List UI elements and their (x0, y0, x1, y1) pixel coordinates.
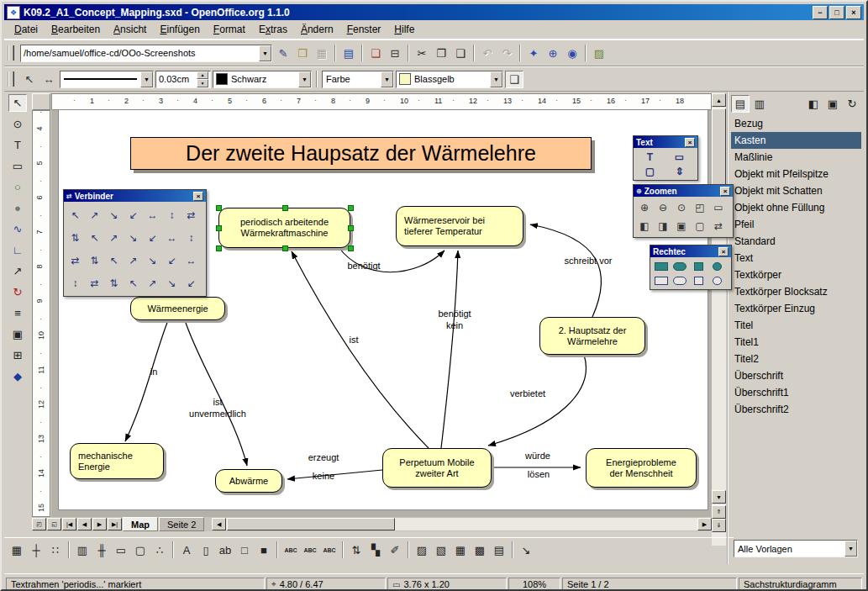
connector-type-icon[interactable]: ↗ (85, 203, 104, 226)
horizontal-scroll-thumb[interactable] (227, 518, 395, 530)
next-page-icon[interactable]: ⇓ (712, 519, 726, 532)
vertical-ruler[interactable]: 4·5·6·7·8·9·10·11·12·13·14·15· (32, 110, 50, 517)
connector-type-icon[interactable]: ↘ (124, 226, 143, 249)
new-document-icon[interactable]: ✎ (274, 45, 292, 62)
node-perpetuum[interactable]: Perpetuum Mobilezweiter Art (382, 448, 492, 488)
style-item--berschrift2[interactable]: Überschrift2 (731, 401, 861, 418)
style-item-text[interactable]: Text (731, 250, 861, 266)
connector-type-icon[interactable]: ↕ (162, 203, 181, 226)
close-button[interactable]: × (846, 6, 861, 19)
select-tool-icon[interactable]: ↖ (8, 94, 27, 112)
selection-handle[interactable] (216, 205, 222, 211)
toolbar-grip[interactable] (8, 45, 14, 61)
connector-palette-titlebar[interactable]: ⇄ Verbinder × (64, 190, 206, 202)
zoom-optimal-icon[interactable]: ◨ (654, 217, 672, 235)
text-abc-icon-3[interactable]: ABC (320, 541, 339, 559)
undo-icon[interactable]: ↶ (478, 45, 497, 62)
connector-type-icon[interactable]: ⇄ (181, 203, 201, 226)
drawing-canvas[interactable]: Der zweite Haupsatz der Wärmelehre benöt… (51, 110, 712, 517)
node-abwaerme[interactable]: Abwärme (215, 469, 282, 493)
line-width-spinner[interactable]: ▲▼ (197, 71, 208, 87)
rectangle-tool-icon[interactable]: ▭ (8, 157, 27, 175)
connector-type-icon[interactable]: ↙ (181, 272, 201, 294)
zoom-objects-icon[interactable]: ▣ (672, 217, 691, 235)
label-benoetigt[interactable]: benötigt (340, 260, 387, 272)
display-guides-icon[interactable]: ┼ (27, 541, 45, 559)
style-item-objekt-mit-pfeilspitze[interactable]: Objekt mit Pfeilspitze (731, 166, 861, 182)
zoom-tool-icon[interactable]: ⊙ (8, 115, 27, 133)
simple-handles-icon[interactable]: □ (235, 541, 254, 559)
last-page-icon[interactable]: ▶| (108, 518, 122, 530)
label-erzeugt[interactable]: erzeugt (302, 451, 345, 463)
scroll-right-icon[interactable]: ▶ (697, 518, 712, 530)
connector-type-icon[interactable]: ⇅ (104, 272, 124, 294)
arrange-tool-icon[interactable]: ▣ (8, 325, 27, 343)
selection-handle[interactable] (282, 205, 288, 211)
title-bar[interactable]: ❖ K09.2_A1_Concept_Mapping.sxd - OpenOff… (4, 4, 864, 20)
first-page-icon[interactable]: |◀ (62, 518, 76, 530)
node-mechanische-energie[interactable]: mechanischeEnergie (70, 443, 164, 479)
fill-type-dropdown-icon[interactable]: ▼ (381, 71, 393, 87)
style-item-textk-rper-einzug[interactable]: Textkörper Einzug (731, 300, 861, 317)
contour-mode-icon[interactable]: ▚ (366, 541, 385, 559)
connector-type-icon[interactable]: ↖ (85, 226, 104, 249)
display-grid-icon[interactable]: ▦ (8, 541, 26, 559)
quick-edit-icon[interactable]: A (177, 541, 196, 559)
text-abc-icon-1[interactable]: ABC (281, 541, 300, 559)
edit-file-icon[interactable]: ▤ (339, 45, 358, 62)
pattern-icon-2[interactable]: ▧ (432, 541, 450, 559)
connector-type-icon[interactable]: ↖ (124, 272, 143, 294)
style-item-textk-rper[interactable]: Textkörper (731, 266, 861, 283)
print-icon[interactable]: ⊟ (386, 45, 404, 62)
open-document-icon[interactable]: ❒ (293, 45, 312, 62)
connector-type-icon[interactable]: ⇅ (66, 226, 85, 249)
edit-points-icon[interactable]: ↖ (20, 71, 39, 88)
zoom-palette-titlebar[interactable]: ⊕ Zoomen × (634, 185, 733, 197)
line-style-dropdown-icon[interactable]: ▼ (140, 71, 153, 87)
label-schreibt-vor[interactable]: schreibt vor (553, 255, 623, 266)
scroll-left-icon[interactable]: ◀ (212, 518, 226, 530)
navigator-icon[interactable]: ✦ (524, 45, 543, 62)
square-filled-icon[interactable] (689, 259, 708, 273)
line-style-combo[interactable]: ▼ (60, 71, 154, 88)
square-rounded-filled-icon[interactable] (708, 259, 726, 273)
tab-seite-2[interactable]: Seite 2 (159, 517, 204, 531)
label-loesen[interactable]: lösen (520, 468, 557, 480)
vertical-scroll-thumb[interactable] (712, 108, 726, 186)
style-filter-dropdown-icon[interactable]: ▼ (844, 541, 857, 557)
alignment-tool-icon[interactable]: ≡ (8, 304, 27, 322)
lines-arrows-tool-icon[interactable]: ↗ (8, 262, 27, 280)
zoom-100-icon[interactable]: ⊙ (672, 198, 691, 217)
rectangle-outline-icon[interactable] (652, 273, 671, 288)
zoom-page-width-icon[interactable]: ◧ (635, 217, 654, 235)
zoom-icon[interactable]: ⊕ (544, 45, 562, 62)
insert-tool-icon[interactable]: ⊞ (8, 346, 27, 364)
label-ist[interactable]: ist (342, 334, 366, 346)
previous-tab-icon[interactable]: ◀ (77, 518, 92, 530)
connector-type-icon[interactable]: ↘ (104, 203, 124, 226)
connector-type-icon[interactable]: ↖ (66, 203, 85, 226)
rotate-tool-icon[interactable]: ↻ (8, 283, 27, 301)
large-handles-icon[interactable]: ■ (255, 541, 273, 559)
selection-handle[interactable] (348, 225, 354, 231)
node-hauptsatz[interactable]: 2. Hauptsatz derWärmelehre (539, 317, 645, 355)
selection-handle[interactable] (282, 245, 288, 251)
text-palette[interactable]: Text × T▭▢⇕ (633, 135, 698, 181)
scroll-down-icon[interactable]: ▼ (712, 490, 726, 504)
label-keine[interactable]: keine (305, 470, 342, 482)
style-item--berschrift[interactable]: Überschrift (731, 367, 861, 384)
cut-icon[interactable]: ✂ (413, 45, 431, 62)
rectangle-rounded-outline-icon[interactable] (671, 273, 689, 288)
style-item-pfeil[interactable]: Pfeil (731, 216, 861, 233)
style-item-titel[interactable]: Titel (731, 317, 861, 334)
pattern-icon-1[interactable]: ▨ (413, 541, 431, 559)
arrange-order-icon[interactable]: ⇅ (347, 541, 366, 559)
menu-extras[interactable]: Extras (252, 22, 294, 37)
connector-type-icon[interactable]: ⇄ (66, 249, 85, 272)
close-icon[interactable]: × (720, 187, 730, 196)
style-item-bezug[interactable]: Bezug (731, 115, 861, 132)
style-item-standard[interactable]: Standard (731, 233, 861, 250)
previous-page-icon[interactable]: ⇑ (712, 505, 726, 519)
arrow-ends-icon[interactable]: ↔ (39, 71, 58, 88)
connector-type-icon[interactable]: ⇅ (85, 249, 104, 272)
